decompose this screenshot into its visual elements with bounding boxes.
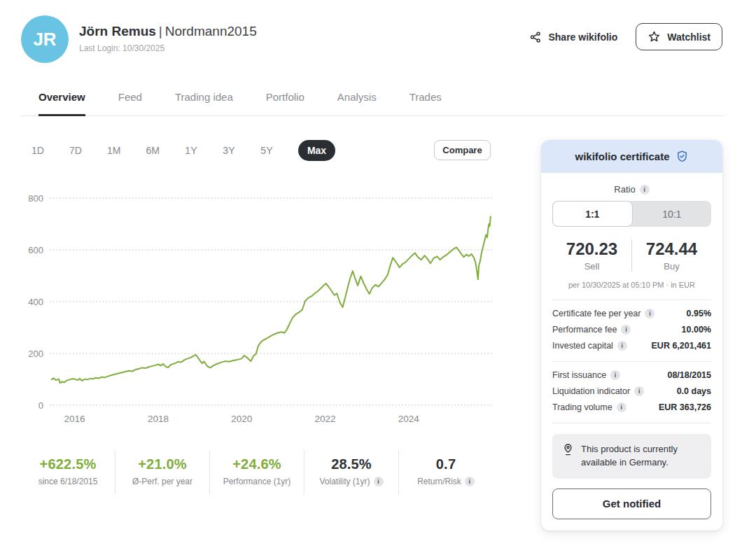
kv-label: Liquidation indicator [552, 386, 630, 396]
kv-value: EUR 6,201,461 [652, 341, 711, 351]
info-icon[interactable]: i [634, 386, 644, 396]
info-icon[interactable]: i [621, 325, 631, 335]
header-actions: Share wikifolio Watchlist [529, 23, 722, 50]
kv-label: Trading volume [552, 402, 612, 412]
shield-check-icon [676, 150, 689, 163]
range-6m[interactable]: 6M [146, 145, 159, 156]
ratio-option-1-1[interactable]: 1:1 [552, 201, 633, 227]
stat-volatility-1yr: 28.5% Volatility (1yr)i [304, 451, 398, 495]
stat-label: Volatility (1yr) [319, 477, 370, 486]
tab-trades[interactable]: Trades [410, 91, 442, 115]
availability-notice: This product is currently available in G… [552, 434, 711, 479]
tab-bar: Overview Feed Trading idea Portfolio Ana… [21, 91, 724, 116]
page-title: Jörn Remus|Nordmann2015 [79, 24, 257, 39]
share-wikifolio-button[interactable]: Share wikifolio [529, 31, 617, 43]
stat-label: Ø-Perf. per year [132, 477, 192, 486]
compare-button[interactable]: Compare [434, 140, 491, 160]
stat-value: +24.6% [213, 456, 301, 472]
info-icon[interactable]: i [610, 370, 620, 380]
kv-value: EUR 363,726 [659, 402, 711, 412]
stat-label: since 6/18/2015 [38, 477, 98, 486]
range-1y[interactable]: 1Y [185, 145, 197, 156]
range-max[interactable]: Max [298, 140, 335, 161]
stat-label: Return/Risk [417, 477, 461, 486]
stat-avg-performance-per-year: +21.0% Ø-Perf. per year [115, 451, 209, 495]
share-icon [529, 31, 542, 43]
kv-label: Performance fee [552, 325, 617, 335]
kv-value: 10.00% [682, 325, 711, 335]
ratio-toggle: 1:1 10:1 [552, 201, 711, 227]
chart-range-selector: 1D 7D 1M 6M 1Y 3Y 5Y Max [31, 140, 335, 161]
get-notified-button[interactable]: Get notified [552, 489, 711, 519]
availability-text: This product is currently available in G… [581, 443, 701, 470]
svg-text:2020: 2020 [231, 414, 252, 424]
certificate-card-header: wikifolio certificate [541, 140, 722, 173]
stat-label: Performance (1yr) [223, 477, 291, 486]
stat-return-risk: 0.7 Return/Riski [398, 451, 493, 495]
svg-text:2024: 2024 [398, 414, 420, 424]
ratio-row: Ratio i [552, 184, 711, 195]
svg-text:800: 800 [28, 193, 43, 204]
buy-price: 724.44 [632, 239, 711, 259]
range-3y[interactable]: 3Y [223, 145, 235, 156]
stat-performance-1yr: +24.6% Performance (1yr) [209, 451, 304, 495]
kv-value: 0.0 days [677, 386, 711, 396]
ratio-option-10-1[interactable]: 10:1 [633, 201, 712, 227]
tab-trading-idea[interactable]: Trading idea [175, 91, 233, 115]
price-timestamp: per 10/30/2025 at 05:10 PM · in EUR [552, 281, 711, 289]
kv-label: Certificate fee per year [552, 309, 640, 318]
trader-name: Jörn Remus [79, 24, 156, 38]
svg-text:2016: 2016 [64, 414, 85, 424]
svg-text:2018: 2018 [148, 414, 169, 424]
info-icon[interactable]: i [465, 477, 475, 486]
price-panel: 720.23 Sell 724.44 Buy [552, 239, 711, 272]
svg-text:400: 400 [28, 297, 43, 307]
wikifolio-name: Nordmann2015 [165, 24, 257, 38]
divider [552, 423, 711, 423]
kv-value: 0.95% [687, 309, 711, 318]
tab-feed[interactable]: Feed [118, 91, 142, 115]
tab-analysis[interactable]: Analysis [337, 91, 377, 115]
info-icon[interactable]: i [645, 309, 654, 318]
info-icon[interactable]: i [617, 402, 626, 412]
info-icon[interactable]: i [640, 185, 650, 195]
avatar: JR [21, 15, 69, 63]
profile-info: Jörn Remus|Nordmann2015 Last Login: 10/3… [79, 24, 257, 53]
range-1d[interactable]: 1D [31, 145, 44, 156]
range-5y[interactable]: 5Y [260, 145, 273, 156]
watchlist-label: Watchlist [667, 31, 710, 43]
ratio-label: Ratio [614, 184, 635, 195]
kv-label: First issuance [552, 370, 606, 380]
first-issuance-row: First issuancei 08/18/2015 [552, 370, 711, 380]
performance-chart[interactable]: 020040060080020162018202020222024 [21, 183, 497, 428]
liquidation-indicator-row: Liquidation indicatori 0.0 days [552, 386, 711, 396]
tab-overview[interactable]: Overview [38, 91, 85, 116]
tab-portfolio[interactable]: Portfolio [266, 91, 304, 115]
divider [552, 361, 711, 362]
kv-label: Invested capital [552, 341, 613, 351]
share-label: Share wikifolio [548, 31, 617, 43]
title-separator: | [156, 24, 165, 38]
range-7d[interactable]: 7D [69, 145, 82, 156]
svg-text:2022: 2022 [315, 414, 336, 424]
info-icon[interactable]: i [374, 477, 384, 486]
svg-text:600: 600 [28, 245, 43, 255]
sell-price: 720.23 [552, 239, 631, 259]
divider [552, 300, 711, 300]
range-1m[interactable]: 1M [107, 145, 120, 156]
svg-text:0: 0 [38, 400, 43, 411]
performance-fee-row: Performance feei 10.00% [552, 325, 711, 335]
star-icon [648, 30, 661, 43]
certificate-title: wikifolio certificate [575, 150, 669, 162]
wikifolio-profile-page: JR Jörn Remus|Nordmann2015 Last Login: 1… [0, 0, 756, 555]
last-login: Last Login: 10/30/2025 [79, 43, 257, 53]
buy-price-block: 724.44 Buy [632, 239, 711, 272]
stat-total-performance: +622.5% since 6/18/2015 [21, 451, 115, 495]
sell-price-block: 720.23 Sell [552, 239, 632, 272]
certificate-fee-row: Certificate fee per yeari 0.95% [552, 309, 711, 318]
stat-value: 0.7 [402, 456, 490, 472]
watchlist-button[interactable]: Watchlist [636, 23, 722, 50]
wikifolio-certificate-card: wikifolio certificate Ratio i 1:1 10:1 7… [541, 140, 722, 531]
info-icon[interactable]: i [617, 341, 627, 351]
location-pin-icon [562, 443, 574, 456]
